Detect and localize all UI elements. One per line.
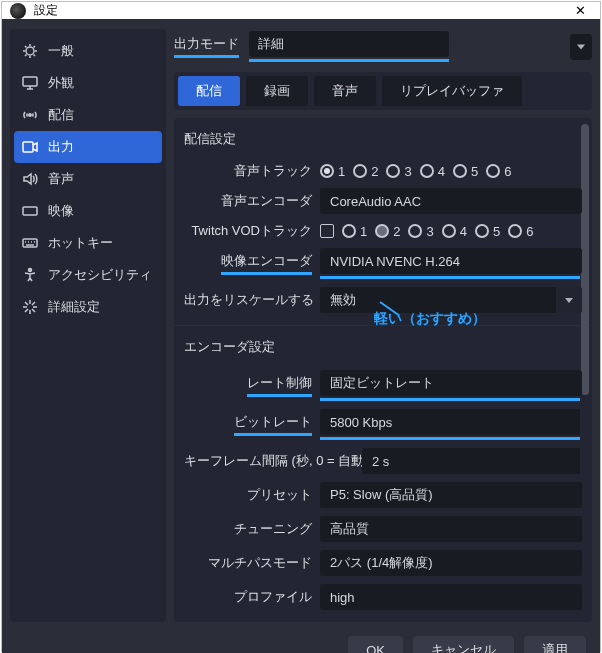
tabs: 配信 録画 音声 リプレイバッファ	[174, 72, 592, 110]
svg-rect-4	[23, 207, 37, 215]
row-rate-control: レート制御 固定ビットレート	[184, 366, 582, 405]
keyframe-field[interactable]: 2 s	[362, 448, 582, 474]
bitrate-label: ビットレート	[234, 413, 312, 436]
svg-rect-1	[23, 77, 37, 86]
monitor-icon	[22, 75, 38, 91]
sidebar-item-label: 出力	[48, 138, 74, 156]
output-mode-row: 出力モード 詳細	[174, 29, 592, 72]
row-keyframe: キーフレーム間隔 (秒, 0 = 自動) 2 s	[184, 444, 582, 478]
sidebar-item-label: アクセシビリティ	[48, 266, 152, 284]
titlebar: 設定 ✕	[2, 2, 600, 19]
vod-track-5[interactable]: 5	[475, 224, 500, 239]
profile-select[interactable]: high	[320, 584, 582, 610]
vod-track-2[interactable]: 2	[375, 224, 400, 239]
row-audio-encoder: 音声エンコーダ CoreAudio AAC	[184, 184, 582, 218]
output-mode-select[interactable]: 詳細	[249, 31, 449, 57]
video-icon	[22, 203, 38, 219]
audio-track-label: 音声トラック	[184, 162, 312, 180]
tab-record[interactable]: 録画	[246, 76, 308, 106]
chevron-down-icon	[556, 287, 582, 313]
output-mode-caret[interactable]	[570, 34, 592, 60]
audio-track-2[interactable]: 2	[353, 164, 378, 179]
tuning-label: チューニング	[184, 520, 312, 538]
speaker-icon	[22, 171, 38, 187]
main-pane: 出力モード 詳細 配信 録画 音声 リプレイバッファ	[174, 29, 592, 622]
audio-track-3[interactable]: 3	[386, 164, 411, 179]
rate-control-select[interactable]: 固定ビットレート	[320, 370, 582, 396]
stream-group-title: 配信設定	[184, 126, 582, 158]
preset-label: プリセット	[184, 486, 312, 504]
row-twitch-vod: Twitch VODトラック 1 2 3 4 5 6	[184, 218, 582, 244]
row-video-encoder: 映像エンコーダ NVIDIA NVENC H.264	[184, 244, 582, 283]
output-icon	[22, 139, 38, 155]
tab-audio[interactable]: 音声	[314, 76, 376, 106]
sidebar-item-output[interactable]: 出力	[14, 131, 162, 163]
ok-button[interactable]: OK	[348, 636, 403, 653]
sidebar-item-stream[interactable]: 配信	[10, 99, 166, 131]
multipass-select[interactable]: 2パス (1/4解像度)	[320, 550, 582, 576]
sidebar-item-video[interactable]: 映像	[10, 195, 166, 227]
row-profile: プロファイル high	[184, 580, 582, 614]
sidebar-item-label: 外観	[48, 74, 74, 92]
vod-track-6[interactable]: 6	[508, 224, 533, 239]
sidebar-item-advanced[interactable]: 詳細設定	[10, 291, 166, 323]
vod-track-1[interactable]: 1	[342, 224, 367, 239]
scrollbar-thumb[interactable]	[581, 124, 589, 395]
sidebar-item-general[interactable]: 一般	[10, 35, 166, 67]
cancel-button[interactable]: キャンセル	[413, 636, 514, 653]
sidebar-item-label: 映像	[48, 202, 74, 220]
video-encoder-select[interactable]: NVIDIA NVENC H.264	[320, 248, 582, 274]
bitrate-field[interactable]: 5800 Kbps	[320, 409, 582, 435]
sidebar-item-appearance[interactable]: 外観	[10, 67, 166, 99]
audio-track-5[interactable]: 5	[453, 164, 478, 179]
audio-track-4[interactable]: 4	[420, 164, 445, 179]
settings-window: 設定 ✕ 一般 外観 配信 出力	[1, 1, 601, 652]
gear-icon	[22, 43, 38, 59]
tab-replay[interactable]: リプレイバッファ	[382, 76, 522, 106]
antenna-icon	[22, 107, 38, 123]
settings-panel: 配信設定 音声トラック 1 2 3 4 5 6 音声エンコーダ	[174, 118, 592, 622]
footer: OK キャンセル 適用	[2, 626, 600, 653]
row-audio-track: 音声トラック 1 2 3 4 5 6	[184, 158, 582, 184]
keyboard-icon	[22, 235, 38, 251]
sidebar-item-hotkeys[interactable]: ホットキー	[10, 227, 166, 259]
audio-track-group: 1 2 3 4 5 6	[320, 164, 582, 179]
preset-select[interactable]: P5: Slow (高品質)	[320, 482, 582, 508]
audio-track-1[interactable]: 1	[320, 164, 345, 179]
vod-track-3[interactable]: 3	[408, 224, 433, 239]
obs-icon	[10, 3, 26, 19]
vod-track-4[interactable]: 4	[442, 224, 467, 239]
audio-encoder-select[interactable]: CoreAudio AAC	[320, 188, 582, 214]
svg-point-2	[29, 114, 31, 116]
sidebar-item-label: 配信	[48, 106, 74, 124]
separator	[174, 325, 592, 326]
svg-rect-3	[23, 142, 33, 152]
sidebar-item-label: ホットキー	[48, 234, 113, 252]
rescale-select[interactable]: 無効	[320, 287, 582, 313]
sidebar-item-label: 詳細設定	[48, 298, 100, 316]
output-mode-label: 出力モード	[174, 36, 239, 51]
sidebar-item-label: 一般	[48, 42, 74, 60]
twitch-vod-checkbox[interactable]	[320, 224, 334, 238]
accessibility-icon	[22, 267, 38, 283]
profile-label: プロファイル	[184, 588, 312, 606]
apply-button[interactable]: 適用	[524, 636, 586, 653]
svg-rect-5	[23, 239, 37, 247]
rescale-label: 出力をリスケールする	[184, 291, 312, 309]
keyframe-label: キーフレーム間隔 (秒, 0 = 自動)	[184, 452, 354, 470]
svg-point-0	[26, 47, 34, 55]
rate-control-label: レート制御	[247, 374, 312, 397]
sidebar-item-label: 音声	[48, 170, 74, 188]
sidebar: 一般 外観 配信 出力 音声	[10, 29, 166, 622]
output-mode-value: 詳細	[258, 35, 284, 53]
close-icon[interactable]: ✕	[568, 3, 592, 18]
audio-track-6[interactable]: 6	[486, 164, 511, 179]
sidebar-item-audio[interactable]: 音声	[10, 163, 166, 195]
wrench-icon	[22, 299, 38, 315]
twitch-vod-label: Twitch VODトラック	[184, 222, 312, 240]
encoder-group-title: エンコーダ設定	[184, 334, 582, 366]
tab-stream[interactable]: 配信	[178, 76, 240, 106]
twitch-vod-group: 1 2 3 4 5 6	[342, 224, 533, 239]
tuning-select[interactable]: 高品質	[320, 516, 582, 542]
sidebar-item-accessibility[interactable]: アクセシビリティ	[10, 259, 166, 291]
